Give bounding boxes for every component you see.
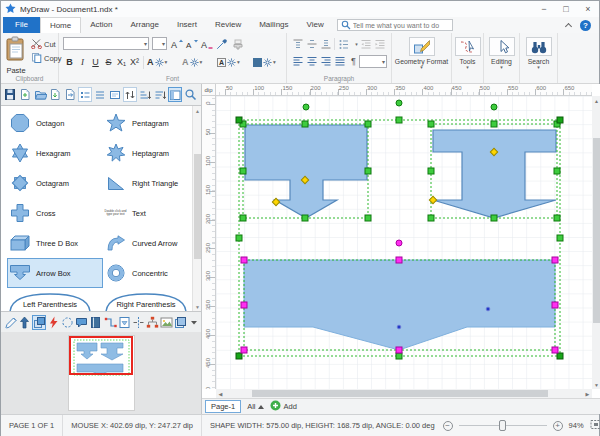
selection-handle-magenta[interactable]	[396, 257, 402, 263]
selection-handle-green[interactable]	[365, 121, 371, 127]
view-list-icon[interactable]	[93, 87, 107, 102]
control-point-blue[interactable]	[397, 325, 401, 329]
selection-handle-magenta[interactable]	[241, 257, 247, 263]
selection-handle-green[interactable]	[240, 215, 246, 221]
tools-icon[interactable]	[455, 37, 481, 56]
tab-mailings[interactable]: Mailings	[250, 17, 297, 33]
paste-button[interactable]: Paste	[3, 36, 29, 76]
library-item-cross[interactable]: Cross	[7, 198, 103, 228]
sort-asc-icon[interactable]	[138, 87, 152, 102]
new-doc-icon[interactable]	[18, 87, 32, 102]
add-page-button[interactable]: Add	[270, 400, 297, 413]
clip-shape-icon[interactable]	[118, 315, 131, 330]
rotation-handle-green[interactable]	[396, 100, 402, 106]
center-guides-icon[interactable]	[132, 315, 145, 330]
valign-middle-icon[interactable]	[305, 37, 318, 50]
lasso-icon[interactable]	[61, 315, 74, 330]
shrink-font-button[interactable]: A	[184, 37, 198, 50]
font-superscript-button[interactable]: X²	[128, 55, 141, 69]
align-right-icon[interactable]	[319, 54, 332, 67]
zoom-slider-thumb[interactable]	[499, 420, 506, 431]
selection-handle-magenta[interactable]	[241, 302, 247, 308]
view-details-icon[interactable]	[78, 87, 92, 102]
search-input[interactable]	[353, 22, 449, 29]
vertical-scrollbar[interactable]: ▲ ▼	[592, 96, 600, 389]
selection-handle-green[interactable]	[240, 168, 246, 174]
scroll-right-icon[interactable]: ▶	[583, 389, 592, 398]
font-color-button[interactable]: A▾	[147, 55, 167, 69]
selection-handle-green[interactable]	[428, 215, 434, 221]
tab-file[interactable]: File	[3, 17, 40, 33]
zoom-out-button[interactable]: −	[443, 421, 453, 431]
tab-action[interactable]: Action	[81, 17, 121, 33]
layers-icon[interactable]	[174, 315, 187, 330]
panel-toggle-icon[interactable]	[168, 87, 182, 102]
editing-icon[interactable]	[489, 37, 515, 56]
fit-page-icon[interactable]	[590, 419, 600, 432]
align-center-icon[interactable]	[305, 54, 318, 67]
pencil-icon[interactable]	[4, 315, 17, 330]
align-left-icon[interactable]	[291, 54, 304, 67]
library-item-three-d-box[interactable]: Three D Box	[7, 228, 103, 258]
selection-handle-green[interactable]	[554, 168, 560, 174]
text-highlight-button[interactable]: A▾	[217, 55, 240, 69]
font-bold-button[interactable]: B	[63, 55, 76, 69]
caret-down-icon[interactable]	[188, 315, 201, 330]
grow-font-button[interactable]: A	[169, 37, 183, 50]
font-strikethrough-button[interactable]: S	[102, 55, 115, 69]
org-chart-icon[interactable]	[146, 315, 159, 330]
library-item-curved-arrow[interactable]: Curved Arrow	[103, 228, 193, 258]
tab-review[interactable]: Review	[206, 17, 250, 33]
scroll-up-icon[interactable]: ▲	[592, 96, 600, 105]
copy-button[interactable]: Copy	[31, 52, 62, 65]
font-subscript-button[interactable]: X₁	[115, 55, 128, 69]
font-italic-button[interactable]: I	[76, 55, 89, 69]
decrease-indent-icon[interactable]	[359, 37, 372, 50]
help-icon[interactable]: ?	[580, 20, 591, 31]
library-item-right-triangle[interactable]: Right Triangle	[103, 168, 193, 198]
library-item-left-parenthesis[interactable]: Left Parenthesis	[7, 288, 103, 312]
binoculars-icon[interactable]	[526, 37, 552, 56]
selection-handle-green[interactable]	[491, 121, 497, 127]
selection-handle-green[interactable]	[554, 215, 560, 221]
selection-handle-magenta[interactable]	[396, 347, 402, 353]
notebook-icon[interactable]	[89, 315, 102, 330]
selection-handle-green[interactable]	[365, 168, 371, 174]
comment-icon[interactable]	[75, 315, 88, 330]
eyedropper-icon[interactable]	[215, 37, 229, 50]
library-item-pentagram[interactable]: Pentagram	[103, 108, 193, 138]
group-selection-handle[interactable]	[557, 353, 563, 359]
dropdown-caret-icon[interactable]: ▾	[484, 65, 519, 70]
lightning-icon[interactable]	[47, 315, 60, 330]
page-tab-page1[interactable]: Page-1	[205, 400, 241, 413]
export-doc-icon[interactable]	[63, 87, 77, 102]
sort-desc-icon[interactable]	[153, 87, 167, 102]
horizontal-scrollbar[interactable]: ◀ ▶	[216, 389, 592, 398]
line-spacing-combo[interactable]: ▾	[359, 55, 387, 68]
scrollbar-thumb[interactable]	[252, 390, 548, 397]
scrollbar-thumb[interactable]	[593, 138, 600, 323]
shapes-icon[interactable]	[32, 315, 46, 330]
align-justify-icon[interactable]	[333, 54, 346, 67]
bullet-list-icon[interactable]	[337, 37, 350, 50]
group-selection-handle[interactable]	[236, 353, 242, 359]
scroll-down-icon[interactable]: ▼	[592, 380, 600, 389]
selection-handle-green[interactable]	[396, 117, 402, 123]
library-item-concentric[interactable]: Concentric	[103, 258, 193, 288]
selection-handle-green[interactable]	[396, 353, 402, 359]
selection-handle-magenta[interactable]	[552, 347, 558, 353]
connector-icon[interactable]	[103, 315, 116, 330]
drawing-canvas[interactable]	[216, 96, 592, 389]
close-button[interactable]: ×	[577, 1, 599, 17]
text-style-button[interactable]: A	[199, 37, 213, 50]
geometry-format-icon[interactable]	[409, 37, 435, 56]
viewport-indicator[interactable]	[69, 336, 133, 375]
library-item-heptagram[interactable]: Heptagram	[103, 138, 193, 168]
control-point-blue[interactable]	[486, 307, 490, 311]
tell-me-search[interactable]	[337, 19, 453, 31]
library-item-text[interactable]: Double click and type your textText	[103, 198, 193, 228]
dropdown-caret-icon[interactable]: ▾	[452, 65, 483, 70]
rotation-handle-magenta[interactable]	[396, 240, 402, 246]
all-pages-dropdown[interactable]: All	[247, 402, 263, 411]
valign-bottom-icon[interactable]	[319, 37, 332, 50]
